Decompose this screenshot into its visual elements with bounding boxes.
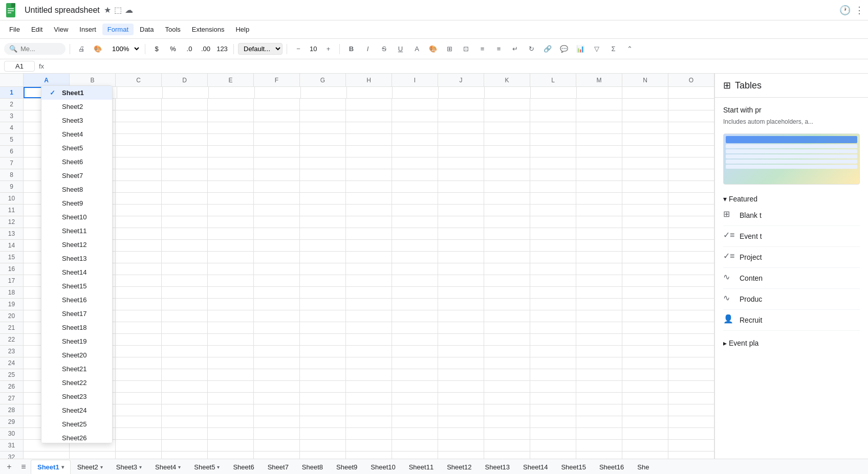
row-num-5[interactable]: 5 [0, 134, 24, 145]
cell-J25[interactable] [438, 369, 484, 380]
cell-O18[interactable] [668, 287, 714, 298]
cell-D20[interactable] [162, 310, 208, 322]
wrap-btn[interactable]: ↵ [508, 42, 522, 56]
cell-H12[interactable] [346, 216, 392, 228]
row-num-3[interactable]: 3 [0, 110, 24, 122]
cell-I1[interactable] [393, 87, 439, 98]
col-header-K[interactable]: K [484, 74, 530, 86]
currency-btn[interactable]: $ [149, 42, 164, 56]
cell-L24[interactable] [530, 357, 576, 369]
cell-J20[interactable] [438, 310, 484, 322]
cell-D17[interactable] [162, 275, 208, 286]
cell-D22[interactable] [162, 334, 208, 345]
more-icon[interactable]: ⋮ [855, 5, 864, 16]
cell-J26[interactable] [438, 381, 484, 392]
cell-O13[interactable] [668, 228, 714, 239]
cell-M9[interactable] [576, 181, 622, 192]
dropdown-sheet-sheet6[interactable]: Sheet6 [41, 155, 112, 169]
cell-N5[interactable] [622, 134, 668, 145]
row-num-26[interactable]: 26 [0, 381, 24, 392]
star-icon[interactable]: ★ [104, 5, 111, 15]
cell-C16[interactable] [116, 263, 162, 275]
cell-N1[interactable] [622, 87, 668, 98]
cell-G4[interactable] [300, 122, 346, 133]
cell-M8[interactable] [576, 169, 622, 180]
cell-J30[interactable] [438, 428, 484, 439]
cell-L26[interactable] [530, 381, 576, 392]
cell-K8[interactable] [484, 169, 530, 180]
cell-M16[interactable] [576, 263, 622, 275]
cell-C32[interactable] [116, 452, 162, 459]
tab-sheet3[interactable]: Sheet3▾ [110, 460, 148, 474]
cell-J10[interactable] [438, 193, 484, 204]
cell-O30[interactable] [668, 428, 714, 439]
cell-L13[interactable] [530, 228, 576, 239]
col-header-A[interactable]: A [24, 74, 70, 86]
sidebar-item-recruit[interactable]: 👤 Recruit [723, 310, 860, 331]
cell-J4[interactable] [438, 122, 484, 133]
cell-N14[interactable] [622, 240, 668, 251]
cell-F7[interactable] [254, 157, 300, 169]
menu-insert[interactable]: Insert [74, 24, 101, 35]
cell-M22[interactable] [576, 334, 622, 345]
cell-J31[interactable] [438, 440, 484, 451]
cell-J18[interactable] [438, 287, 484, 298]
cell-F6[interactable] [254, 146, 300, 157]
cell-J29[interactable] [438, 416, 484, 427]
cell-O1[interactable] [668, 87, 714, 98]
cell-N30[interactable] [622, 428, 668, 439]
menu-format[interactable]: Format [102, 24, 134, 35]
cell-G1[interactable] [301, 87, 347, 98]
cell-D1[interactable] [163, 87, 209, 98]
col-header-O[interactable]: O [668, 74, 714, 86]
fill-color-btn[interactable]: 🎨 [426, 42, 440, 56]
cell-M3[interactable] [576, 110, 622, 122]
cell-J5[interactable] [438, 134, 484, 145]
row-num-10[interactable]: 10 [0, 193, 24, 204]
cell-F17[interactable] [254, 275, 300, 286]
cell-I19[interactable] [392, 299, 438, 310]
cell-M27[interactable] [576, 393, 622, 404]
cell-I7[interactable] [392, 157, 438, 169]
cell-H5[interactable] [346, 134, 392, 145]
cell-D4[interactable] [162, 122, 208, 133]
cell-F16[interactable] [254, 263, 300, 275]
cell-L29[interactable] [530, 416, 576, 427]
cell-G15[interactable] [300, 252, 346, 263]
cell-N22[interactable] [622, 334, 668, 345]
cell-F18[interactable] [254, 287, 300, 298]
cell-L3[interactable] [530, 110, 576, 122]
cell-J11[interactable] [438, 205, 484, 216]
cell-G23[interactable] [300, 346, 346, 357]
dropdown-sheet-sheet24[interactable]: Sheet24 [41, 403, 112, 417]
cell-J13[interactable] [438, 228, 484, 239]
col-header-M[interactable]: M [576, 74, 622, 86]
cell-O9[interactable] [668, 181, 714, 192]
paint-format-btn[interactable]: 🎨 [91, 42, 105, 56]
cell-J17[interactable] [438, 275, 484, 286]
dropdown-sheet-sheet18[interactable]: Sheet18 [41, 321, 112, 334]
underline-btn[interactable]: U [393, 42, 407, 56]
cell-G17[interactable] [300, 275, 346, 286]
cell-D8[interactable] [162, 169, 208, 180]
cell-O29[interactable] [668, 416, 714, 427]
row-num-21[interactable]: 21 [0, 322, 24, 333]
cell-O8[interactable] [668, 169, 714, 180]
col-header-I[interactable]: I [392, 74, 438, 86]
cell-M14[interactable] [576, 240, 622, 251]
cell-J9[interactable] [438, 181, 484, 192]
cell-D29[interactable] [162, 416, 208, 427]
cell-I15[interactable] [392, 252, 438, 263]
row-num-31[interactable]: 31 [0, 440, 24, 451]
merge-btn[interactable]: ⊡ [459, 42, 473, 56]
cell-N10[interactable] [622, 193, 668, 204]
cell-E2[interactable] [208, 99, 254, 110]
tab-sheet16[interactable]: Sheet16 [593, 460, 631, 474]
cell-O10[interactable] [668, 193, 714, 204]
cell-H2[interactable] [346, 99, 392, 110]
cell-N3[interactable] [622, 110, 668, 122]
cell-L1[interactable] [531, 87, 577, 98]
menu-tools[interactable]: Tools [160, 24, 185, 35]
cell-L6[interactable] [530, 146, 576, 157]
cell-H11[interactable] [346, 205, 392, 216]
